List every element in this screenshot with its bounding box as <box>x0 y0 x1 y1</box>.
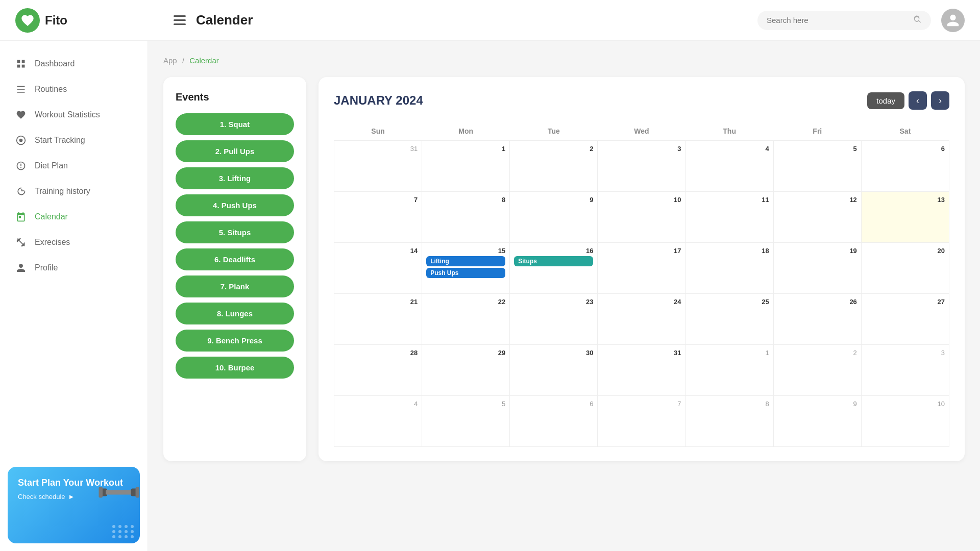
cal-cell[interactable]: 23 <box>510 294 598 345</box>
table-row: 78910111213 <box>334 192 949 243</box>
cal-cell[interactable]: 13 <box>861 192 949 243</box>
cal-day-number: 9 <box>514 196 593 204</box>
cal-day-number: 3 <box>866 349 945 357</box>
event-item[interactable]: 8. Lunges <box>176 303 294 324</box>
cal-cell[interactable]: 12 <box>773 192 861 243</box>
cal-cell[interactable]: 25 <box>685 294 773 345</box>
sidebar-label-profile: Profile <box>35 263 58 272</box>
cal-cell[interactable]: 27 <box>861 294 949 345</box>
cal-cell[interactable]: 10 <box>598 192 685 243</box>
prev-month-button[interactable]: ‹ <box>909 91 927 110</box>
cal-cell[interactable]: 7 <box>598 396 685 447</box>
cal-cell[interactable]: 2 <box>773 345 861 396</box>
workout-stats-icon <box>15 109 27 120</box>
sidebar-item-calendar[interactable]: Calendar <box>0 204 148 230</box>
calendar-active-icon <box>15 211 27 222</box>
cal-cell[interactable]: 17 <box>598 243 685 294</box>
cal-cell[interactable]: 22 <box>422 294 510 345</box>
cal-day-number: 24 <box>602 298 681 306</box>
cal-cell[interactable]: 20 <box>861 243 949 294</box>
cal-cell[interactable]: 5 <box>422 396 510 447</box>
cal-cell[interactable]: 9 <box>773 396 861 447</box>
cal-event-item[interactable]: Push Ups <box>426 268 505 278</box>
sidebar-item-dashboard[interactable]: Dashboard <box>0 51 148 77</box>
cal-month-title: JANUARY 2024 <box>334 93 867 108</box>
cal-cell[interactable]: 29 <box>422 345 510 396</box>
today-button[interactable]: today <box>867 92 904 109</box>
cal-event-item[interactable]: Lifting <box>426 256 505 266</box>
event-item[interactable]: 5. Situps <box>176 221 294 243</box>
cal-day-number: 31 <box>338 145 418 153</box>
event-item[interactable]: 2. Pull Ups <box>176 140 294 162</box>
cal-cell[interactable]: 24 <box>598 294 685 345</box>
search-icon <box>913 15 922 26</box>
cal-cell[interactable]: 1 <box>422 141 510 192</box>
routines-icon <box>15 84 27 95</box>
sidebar-item-start-tracking[interactable]: Start Tracking <box>0 128 148 153</box>
cal-cell[interactable]: 3 <box>598 141 685 192</box>
event-item[interactable]: 7. Plank <box>176 276 294 297</box>
event-item[interactable]: 9. Bench Press <box>176 330 294 352</box>
svg-rect-5 <box>17 89 25 90</box>
cal-cell[interactable]: 10 <box>861 396 949 447</box>
cal-cell[interactable]: 11 <box>685 192 773 243</box>
sidebar-item-profile[interactable]: Profile <box>0 255 148 281</box>
cal-cell[interactable]: 6 <box>861 141 949 192</box>
table-row: 21222324252627 <box>334 294 949 345</box>
sidebar-item-routines[interactable]: Routines <box>0 77 148 102</box>
calendar-grid: SunMonTueWedThuFriSat 311234567891011121… <box>334 122 949 447</box>
search-box <box>757 11 931 30</box>
cal-cell[interactable]: 4 <box>334 396 422 447</box>
sidebar-item-workout-statistics[interactable]: Workout Statistics <box>0 102 148 128</box>
cal-nav: today ‹ › <box>867 91 949 110</box>
sidebar-label-exercises: Exrecises <box>35 238 70 247</box>
calendar-panel: JANUARY 2024 today ‹ › SunMonTueWedThuFr… <box>318 77 965 461</box>
cal-cell[interactable]: 26 <box>773 294 861 345</box>
cal-cell[interactable]: 18 <box>685 243 773 294</box>
cal-cell[interactable]: 30 <box>510 345 598 396</box>
cal-day-number: 10 <box>602 196 681 204</box>
cal-cell[interactable]: 16Situps <box>510 243 598 294</box>
cal-cell[interactable]: 31 <box>598 345 685 396</box>
event-item[interactable]: 3. Lifting <box>176 167 294 189</box>
event-item[interactable]: 6. Deadlifts <box>176 248 294 270</box>
cal-cell[interactable]: 15LiftingPush Ups <box>422 243 510 294</box>
cal-cell[interactable]: 4 <box>685 141 773 192</box>
cal-cell[interactable]: 7 <box>334 192 422 243</box>
avatar[interactable] <box>941 9 965 32</box>
sidebar-item-training-history[interactable]: Training history <box>0 179 148 204</box>
event-item[interactable]: 4. Push Ups <box>176 194 294 216</box>
cal-cell[interactable]: 19 <box>773 243 861 294</box>
search-input[interactable] <box>767 16 908 24</box>
cal-day-number: 11 <box>690 196 769 204</box>
event-item[interactable]: 10. Burpee <box>176 357 294 379</box>
sidebar-item-exercises[interactable]: Exrecises <box>0 230 148 255</box>
table-row: 45678910 <box>334 396 949 447</box>
cal-day-number: 12 <box>778 196 857 204</box>
event-item[interactable]: 1. Squat <box>176 113 294 135</box>
sidebar-label-dashboard: Dashboard <box>35 59 75 68</box>
cal-cell[interactable]: 2 <box>510 141 598 192</box>
exercises-icon <box>15 237 27 248</box>
tracking-icon <box>15 135 27 146</box>
cal-event-item[interactable]: Situps <box>514 256 593 266</box>
cal-cell[interactable]: 8 <box>685 396 773 447</box>
cal-cell[interactable]: 6 <box>510 396 598 447</box>
cal-cell[interactable]: 28 <box>334 345 422 396</box>
cal-cell[interactable]: 21 <box>334 294 422 345</box>
next-month-button[interactable]: › <box>931 91 949 110</box>
sidebar-label-routines: Routines <box>35 85 67 94</box>
logo: Fito <box>15 8 163 33</box>
cal-cell[interactable]: 3 <box>861 345 949 396</box>
menu-icon[interactable] <box>174 13 186 28</box>
cal-cell[interactable]: 9 <box>510 192 598 243</box>
sidebar-label-start-tracking: Start Tracking <box>35 136 85 145</box>
cal-cell[interactable]: 8 <box>422 192 510 243</box>
sidebar-label-workout-statistics: Workout Statistics <box>35 110 100 119</box>
cal-header: JANUARY 2024 today ‹ › <box>334 91 949 110</box>
cal-cell[interactable]: 31 <box>334 141 422 192</box>
cal-cell[interactable]: 1 <box>685 345 773 396</box>
sidebar-item-diet-plan[interactable]: Diet Plan <box>0 153 148 179</box>
cal-cell[interactable]: 14 <box>334 243 422 294</box>
cal-cell[interactable]: 5 <box>773 141 861 192</box>
